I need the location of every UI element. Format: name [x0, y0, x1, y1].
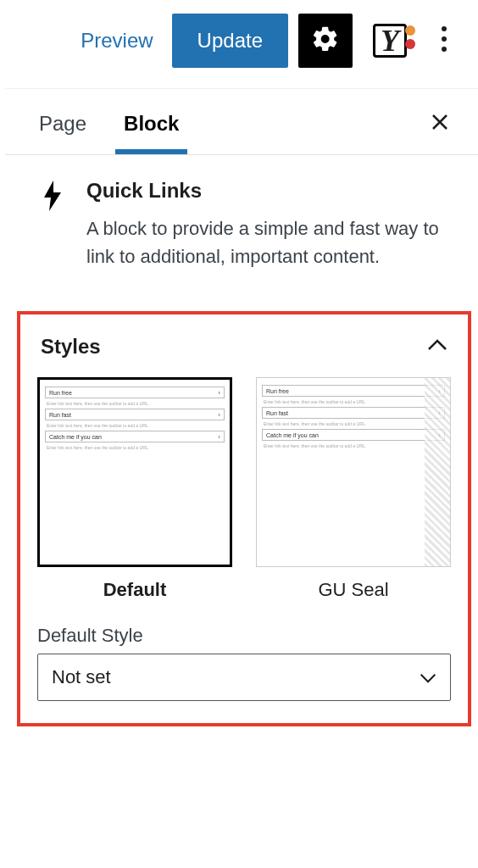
style-thumbnail-default: Run free› Enter link text here, then use…	[37, 377, 232, 567]
yoast-plugin-button[interactable]: Y	[363, 14, 417, 68]
sidebar-panel: Page Block Quick Links A block to provid…	[5, 88, 478, 726]
block-description: A block to provide a simple and fast way…	[86, 214, 453, 270]
style-option-label: Default	[103, 579, 167, 601]
style-options-grid: Run free› Enter link text here, then use…	[37, 377, 451, 601]
close-icon	[430, 112, 450, 136]
preview-button[interactable]: Preview	[72, 29, 161, 53]
style-option-default[interactable]: Run free› Enter link text here, then use…	[37, 377, 232, 601]
gear-icon	[311, 25, 340, 57]
settings-button[interactable]	[298, 14, 353, 68]
yoast-status-dots	[405, 25, 415, 49]
chevron-up-icon	[427, 339, 447, 354]
default-style-value: Not set	[52, 666, 111, 688]
style-thumbnail-gu-seal: Run free› Enter link text here, then use…	[256, 377, 451, 567]
svg-point-1	[442, 36, 447, 42]
svg-point-0	[442, 26, 447, 31]
chevron-down-icon	[420, 666, 436, 688]
style-option-gu-seal[interactable]: Run free› Enter link text here, then use…	[256, 377, 451, 601]
app-root: Preview Update Y Page Block	[0, 0, 478, 726]
close-panel-button[interactable]	[427, 111, 453, 136]
styles-panel-title: Styles	[41, 335, 101, 359]
panel-tabs: Page Block	[5, 92, 478, 155]
block-title: Quick Links	[86, 179, 453, 203]
lightning-bolt-icon	[42, 181, 63, 214]
default-style-select[interactable]: Not set	[37, 654, 451, 701]
styles-panel-toggle[interactable]: Styles	[37, 326, 451, 377]
tab-page[interactable]: Page	[31, 93, 95, 154]
block-description-section: Quick Links A block to provide a simple …	[5, 155, 478, 296]
tab-block[interactable]: Block	[115, 93, 187, 154]
update-button[interactable]: Update	[172, 14, 288, 68]
more-options-button[interactable]	[427, 14, 461, 68]
styles-panel-highlight: Styles Run free› Enter link text here, t…	[17, 311, 471, 726]
style-option-label: GU Seal	[318, 579, 388, 601]
default-style-label: Default Style	[37, 625, 451, 647]
yoast-icon: Y	[373, 24, 407, 58]
svg-point-2	[442, 47, 447, 52]
default-style-field: Default Style Not set	[37, 625, 451, 701]
kebab-menu-icon	[442, 26, 447, 55]
editor-toolbar: Preview Update Y	[0, 0, 478, 88]
